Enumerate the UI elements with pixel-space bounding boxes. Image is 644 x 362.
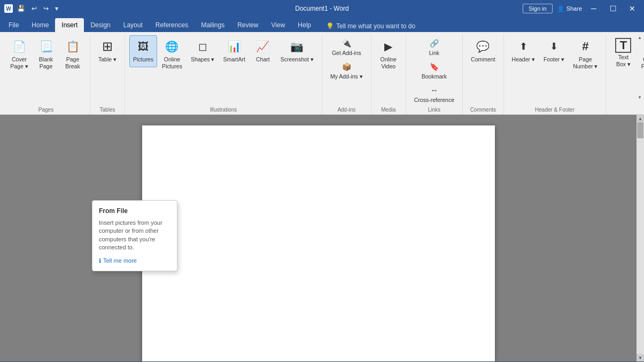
shapes-button[interactable]: ◻ Shapes ▾ xyxy=(187,35,219,67)
title-bar: W 💾 ↩ ↪ ▾ Document1 - Word Sign in 👤 Sha… xyxy=(0,0,644,17)
vertical-scrollbar: ▲ ▼ xyxy=(637,115,644,361)
blank-page-icon: 📃 xyxy=(37,38,55,55)
share-icon: 👤 xyxy=(557,5,564,12)
tell-me-box[interactable]: 💡 Tell me what you want to do xyxy=(322,20,420,32)
comments-group-label: Comments xyxy=(467,105,499,114)
tab-help[interactable]: Help xyxy=(291,18,317,32)
online-pictures-icon: 🌐 xyxy=(164,38,181,55)
addins-group-label: Add-ins xyxy=(327,105,367,114)
tab-insert[interactable]: Insert xyxy=(55,18,84,32)
ribbon-group-illustrations: 🖼 Pictures 🌐 OnlinePictures ◻ Shapes ▾ 📊… xyxy=(125,34,322,114)
save-button[interactable]: 💾 xyxy=(15,4,27,13)
tab-mailings[interactable]: Mailings xyxy=(195,18,231,32)
comment-button[interactable]: 💬 Comment xyxy=(467,35,499,67)
tab-design[interactable]: Design xyxy=(84,18,117,32)
pictures-icon: 🖼 xyxy=(135,38,152,55)
tab-file[interactable]: File xyxy=(2,18,25,32)
text-box-icon: T xyxy=(615,38,631,53)
ribbon-group-pages: 📄 CoverPage ▾ 📃 BlankPage 📋 PageBreak Pa… xyxy=(2,34,90,114)
link-icon: 🔗 xyxy=(428,37,440,49)
bookmark-button[interactable]: 🔖 Bookmark xyxy=(410,59,458,82)
my-addins-button[interactable]: 📦 My Add-ins ▾ xyxy=(327,59,367,82)
ribbon-scroll-down[interactable]: ▼ xyxy=(637,92,643,103)
ribbon-group-header-footer: ⬆ Header ▾ ⬇ Footer ▾ # PageNumber ▾ Hea… xyxy=(504,34,607,114)
tab-layout[interactable]: Layout xyxy=(117,18,149,32)
window-title: Document1 - Word xyxy=(295,5,348,12)
ribbon-group-addins: 🔌 Get Add-ins 📦 My Add-ins ▾ Add-ins xyxy=(322,34,371,114)
scroll-down-button[interactable]: ▼ xyxy=(637,354,644,361)
ribbon-scroll-up[interactable]: ▲ xyxy=(637,32,643,43)
document-area: ▲ ▼ From File Insert pictures from your … xyxy=(0,115,644,361)
tell-me-more-link[interactable]: ℹ Tell me more xyxy=(99,257,170,264)
document-page[interactable] xyxy=(142,125,495,361)
scroll-up-button[interactable]: ▲ xyxy=(637,115,644,122)
title-bar-left: W 💾 ↩ ↪ ▾ xyxy=(4,4,60,13)
header-icon: ⬆ xyxy=(515,38,532,55)
text-box-button[interactable]: T TextBox ▾ xyxy=(610,35,636,70)
pages-group-label: Pages xyxy=(6,105,86,114)
scroll-thumb[interactable] xyxy=(637,122,643,138)
ribbon-group-media: ▶ OnlineVideo Media xyxy=(371,34,406,114)
cross-reference-button[interactable]: ↔ Cross-reference xyxy=(410,82,458,105)
popup-description: Insert pictures from your computer or fr… xyxy=(99,219,170,252)
chart-icon: 📈 xyxy=(254,38,271,55)
cover-page-icon: 📄 xyxy=(11,38,28,55)
page-number-icon: # xyxy=(577,38,594,55)
screenshot-button[interactable]: 📷 Screenshot ▾ xyxy=(277,35,317,67)
online-pictures-button[interactable]: 🌐 OnlinePictures xyxy=(158,35,186,72)
smartart-icon: 📊 xyxy=(226,38,243,55)
customize-button[interactable]: ▾ xyxy=(53,4,60,13)
ribbon-scroll: ▲ ▼ xyxy=(637,32,644,103)
page-break-icon: 📋 xyxy=(64,38,81,55)
page-number-button[interactable]: # PageNumber ▾ xyxy=(569,35,601,72)
share-button[interactable]: 👤 Share xyxy=(557,5,582,12)
ribbon-group-links: 🔗 Link 🔖 Bookmark ↔ Cross-reference Link… xyxy=(406,34,463,114)
footer-icon: ⬇ xyxy=(546,38,563,55)
online-video-button[interactable]: ▶ OnlineVideo xyxy=(376,35,401,72)
quick-access-toolbar: W 💾 ↩ ↪ ▾ xyxy=(4,4,60,13)
title-bar-right: Sign in 👤 Share ─ ☐ ✕ xyxy=(523,4,640,13)
popup-title: From File xyxy=(99,207,170,215)
pictures-button[interactable]: 🖼 Pictures xyxy=(129,35,157,67)
ribbon-tabs: File Home Insert Design Layout Reference… xyxy=(0,17,644,32)
lightbulb-icon: 💡 xyxy=(326,22,334,30)
link-button[interactable]: 🔗 Link xyxy=(410,35,458,58)
blank-page-button[interactable]: 📃 BlankPage xyxy=(33,35,59,72)
tab-review[interactable]: Review xyxy=(231,18,265,32)
info-icon: ℹ xyxy=(99,257,101,264)
bookmark-icon: 🔖 xyxy=(428,61,440,73)
header-footer-group-label: Header & Footer xyxy=(508,105,602,114)
page-break-button[interactable]: 📋 PageBreak xyxy=(60,35,86,72)
table-icon: ⊞ xyxy=(99,38,116,55)
tables-group-label: Tables xyxy=(95,105,120,114)
online-video-icon: ▶ xyxy=(380,38,397,55)
ribbon: 📄 CoverPage ▾ 📃 BlankPage 📋 PageBreak Pa… xyxy=(0,32,644,115)
cross-reference-icon: ↔ xyxy=(428,84,440,96)
undo-button[interactable]: ↩ xyxy=(29,4,39,13)
table-button[interactable]: ⊞ Table ▾ xyxy=(95,35,120,67)
tab-view[interactable]: View xyxy=(265,18,292,32)
close-button[interactable]: ✕ xyxy=(625,4,640,13)
scroll-track xyxy=(637,122,644,354)
minimize-button[interactable]: ─ xyxy=(586,4,601,13)
footer-button[interactable]: ⬇ Footer ▾ xyxy=(540,35,568,67)
header-button[interactable]: ⬆ Header ▾ xyxy=(508,35,539,67)
ribbon-group-tables: ⊞ Table ▾ Tables xyxy=(90,34,125,114)
word-logo: W xyxy=(4,4,13,13)
smartart-button[interactable]: 📊 SmartArt xyxy=(219,35,249,67)
text-group-label: Text xyxy=(610,105,644,114)
get-addins-button[interactable]: 🔌 Get Add-ins xyxy=(327,35,367,58)
sign-in-button[interactable]: Sign in xyxy=(523,4,553,13)
get-addins-icon: 🔌 xyxy=(340,37,352,49)
links-group-label: Links xyxy=(410,105,458,114)
pictures-from-file-popup: From File Insert pictures from your comp… xyxy=(92,200,177,271)
tab-references[interactable]: References xyxy=(149,18,195,32)
comment-icon: 💬 xyxy=(475,38,492,55)
redo-button[interactable]: ↪ xyxy=(41,4,51,13)
chart-button[interactable]: 📈 Chart xyxy=(250,35,276,67)
media-group-label: Media xyxy=(376,105,401,114)
restore-button[interactable]: ☐ xyxy=(606,4,620,13)
cover-page-button[interactable]: 📄 CoverPage ▾ xyxy=(6,35,32,72)
shapes-icon: ◻ xyxy=(194,38,211,55)
tab-home[interactable]: Home xyxy=(25,18,55,32)
